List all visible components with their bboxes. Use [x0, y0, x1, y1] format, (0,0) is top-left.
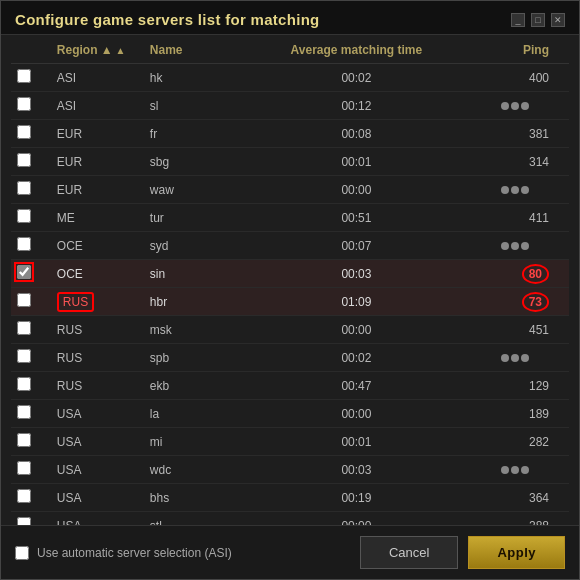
row-checkbox[interactable]	[17, 69, 31, 83]
maximize-button[interactable]: □	[531, 13, 545, 27]
row-ping	[463, 92, 569, 120]
row-region: ASI	[51, 64, 144, 92]
row-ping: 282	[463, 428, 569, 456]
row-avg: 00:02	[250, 344, 463, 372]
row-name: bhs	[144, 484, 250, 512]
cancel-button[interactable]: Cancel	[360, 536, 458, 569]
table-row: USAbhs00:19364	[11, 484, 569, 512]
ping-dot-icon	[511, 466, 519, 474]
title-bar: Configure game servers list for matching…	[1, 1, 579, 35]
header-region[interactable]: Region ▲	[51, 35, 144, 64]
ping-dot-icon	[521, 242, 529, 250]
row-avg: 00:08	[250, 120, 463, 148]
footer-buttons: Cancel Apply	[360, 536, 565, 569]
row-avg: 01:09	[250, 288, 463, 316]
row-region: USA	[51, 428, 144, 456]
main-window: Configure game servers list for matching…	[0, 0, 580, 580]
server-table-container: Region ▲ Name Average matching time Ping…	[1, 35, 579, 525]
row-checkbox[interactable]	[17, 265, 31, 279]
row-region: RUS	[51, 372, 144, 400]
row-name: sl	[144, 92, 250, 120]
row-ping: 80	[463, 260, 569, 288]
row-checkbox[interactable]	[17, 125, 31, 139]
row-ping: 189	[463, 400, 569, 428]
row-ping: 411	[463, 204, 569, 232]
row-ping	[463, 176, 569, 204]
row-checkbox[interactable]	[17, 293, 31, 307]
minimize-button[interactable]: _	[511, 13, 525, 27]
row-name: la	[144, 400, 250, 428]
row-name: waw	[144, 176, 250, 204]
table-row: USAwdc00:03	[11, 456, 569, 484]
row-avg: 00:00	[250, 316, 463, 344]
row-checkbox[interactable]	[17, 97, 31, 111]
header-checkbox	[11, 35, 51, 64]
row-name: ekb	[144, 372, 250, 400]
row-checkbox[interactable]	[17, 349, 31, 363]
table-row: EURsbg00:01314	[11, 148, 569, 176]
row-ping: 364	[463, 484, 569, 512]
auto-selection-checkbox[interactable]	[15, 546, 29, 560]
row-checkbox[interactable]	[17, 237, 31, 251]
header-ping[interactable]: Ping	[463, 35, 569, 64]
table-row: EURfr00:08381	[11, 120, 569, 148]
row-region: RUS	[51, 288, 144, 316]
row-region: RUS	[51, 344, 144, 372]
row-name: sin	[144, 260, 250, 288]
row-ping	[463, 456, 569, 484]
row-ping: 314	[463, 148, 569, 176]
row-region: USA	[51, 484, 144, 512]
row-avg: 00:19	[250, 484, 463, 512]
row-checkbox[interactable]	[17, 517, 31, 525]
row-region: ASI	[51, 92, 144, 120]
table-row: EURwaw00:00	[11, 176, 569, 204]
row-ping: 288	[463, 512, 569, 526]
table-row: RUSmsk00:00451	[11, 316, 569, 344]
row-region: USA	[51, 456, 144, 484]
ping-dot-icon	[511, 354, 519, 362]
row-name: mi	[144, 428, 250, 456]
table-row: OCEsyd00:07	[11, 232, 569, 260]
row-avg: 00:47	[250, 372, 463, 400]
close-button[interactable]: ✕	[551, 13, 565, 27]
row-checkbox[interactable]	[17, 489, 31, 503]
row-avg: 00:12	[250, 92, 463, 120]
row-region: USA	[51, 400, 144, 428]
ping-dot-icon	[511, 186, 519, 194]
row-name: tur	[144, 204, 250, 232]
footer-left: Use automatic server selection (ASI)	[15, 546, 232, 560]
auto-selection-label: Use automatic server selection (ASI)	[37, 546, 232, 560]
table-row: ASIhk00:02400	[11, 64, 569, 92]
ping-dot-icon	[501, 354, 509, 362]
row-name: fr	[144, 120, 250, 148]
header-name[interactable]: Name	[144, 35, 250, 64]
row-name: msk	[144, 316, 250, 344]
row-avg: 00:00	[250, 176, 463, 204]
row-ping: 451	[463, 316, 569, 344]
table-row: RUSekb00:47129	[11, 372, 569, 400]
row-checkbox[interactable]	[17, 461, 31, 475]
row-region: ME	[51, 204, 144, 232]
ping-dot-icon	[501, 102, 509, 110]
row-region: RUS	[51, 316, 144, 344]
header-avg[interactable]: Average matching time	[250, 35, 463, 64]
server-table: Region ▲ Name Average matching time Ping…	[11, 35, 569, 525]
row-checkbox[interactable]	[17, 377, 31, 391]
table-row: RUShbr01:0973	[11, 288, 569, 316]
row-region: OCE	[51, 232, 144, 260]
row-checkbox[interactable]	[17, 209, 31, 223]
row-checkbox[interactable]	[17, 433, 31, 447]
table-row: USAmi00:01282	[11, 428, 569, 456]
footer: Use automatic server selection (ASI) Can…	[1, 525, 579, 579]
ping-dot-icon	[501, 242, 509, 250]
ping-dot-icon	[521, 466, 529, 474]
row-checkbox[interactable]	[17, 153, 31, 167]
row-name: hbr	[144, 288, 250, 316]
row-name: wdc	[144, 456, 250, 484]
row-checkbox[interactable]	[17, 321, 31, 335]
row-checkbox[interactable]	[17, 181, 31, 195]
apply-button[interactable]: Apply	[468, 536, 565, 569]
row-checkbox[interactable]	[17, 405, 31, 419]
row-region: EUR	[51, 120, 144, 148]
table-row: RUSspb00:02	[11, 344, 569, 372]
